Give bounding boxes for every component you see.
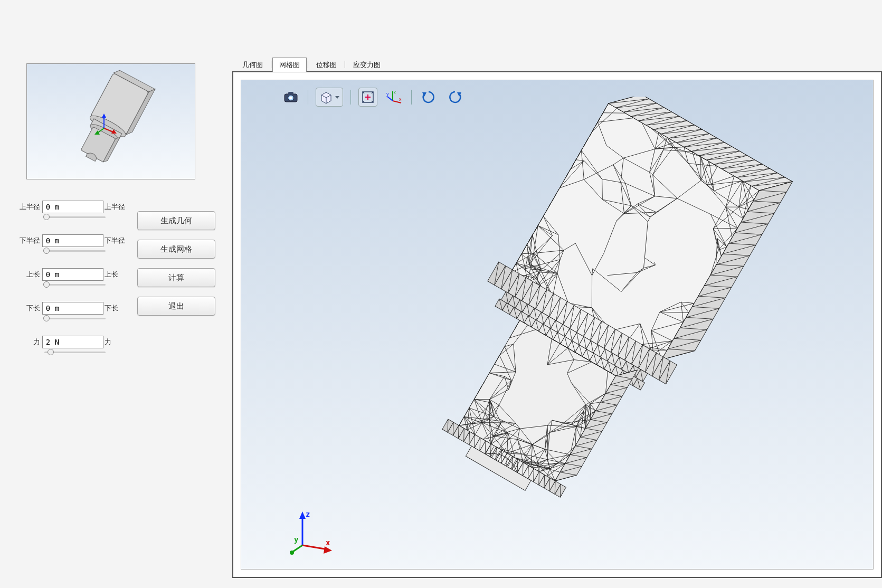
- svg-point-14: [289, 97, 292, 100]
- upper-radius-label-r: 上半径: [105, 202, 127, 212]
- lower-radius-input[interactable]: [42, 234, 103, 247]
- tab-separator: [271, 61, 271, 68]
- tab-separator: [308, 61, 308, 68]
- left-panel: 上半径 上半径 下半径 下半径 上长 上长 下: [0, 0, 232, 588]
- viewport-frame: z x y: [232, 71, 882, 578]
- tab-mesh[interactable]: 网格图: [272, 58, 307, 72]
- tab-displacement[interactable]: 位移图: [309, 58, 344, 72]
- svg-point-29: [290, 551, 294, 555]
- parameter-inputs: 上半径 上半径 下半径 下半径 上长 上长 下: [16, 201, 127, 369]
- toolbar-separator: [308, 90, 308, 105]
- tab-stress[interactable]: 应变力图: [346, 58, 387, 72]
- force-input[interactable]: [42, 336, 103, 348]
- generate-geometry-button[interactable]: 生成几何: [137, 211, 215, 230]
- svg-line-28: [293, 545, 302, 552]
- svg-text:z: z: [394, 89, 396, 94]
- app-root: 上半径 上半径 下半径 下半径 上长 上长 下: [0, 0, 882, 588]
- svg-rect-12: [288, 92, 293, 95]
- geometry-preview[interactable]: [26, 63, 195, 179]
- upper-length-input[interactable]: [42, 268, 103, 281]
- lower-length-label: 下长: [16, 304, 40, 313]
- force-label: 力: [16, 337, 40, 347]
- force-slider[interactable]: [44, 352, 106, 353]
- axis-y-label: y: [294, 535, 299, 544]
- svg-marker-6: [102, 113, 106, 118]
- upper-radius-slider[interactable]: [44, 216, 106, 218]
- parameter-area: 上半径 上半径 下半径 下半径 上长 上长 下: [16, 201, 216, 369]
- upper-radius-label: 上半径: [16, 202, 40, 212]
- force-label-r: 力: [105, 337, 127, 347]
- mesh-viewport[interactable]: z x y: [241, 80, 874, 570]
- view-tabs: 几何图 网格图 位移图 应变力图: [232, 57, 882, 71]
- axis-z-label: z: [306, 510, 310, 518]
- upper-length-slider[interactable]: [44, 284, 106, 286]
- svg-marker-25: [299, 511, 306, 519]
- camera-icon[interactable]: [281, 88, 300, 107]
- mesh-model: [320, 97, 795, 553]
- lower-length-label-r: 下长: [105, 304, 127, 313]
- lower-length-input[interactable]: [42, 302, 103, 315]
- generate-mesh-button[interactable]: 生成网格: [137, 240, 215, 259]
- tab-separator: [345, 61, 345, 68]
- tab-geometry[interactable]: 几何图: [235, 58, 270, 72]
- lower-radius-label-r: 下半径: [105, 236, 127, 245]
- right-panel: 几何图 网格图 位移图 应变力图: [232, 0, 882, 588]
- compute-button[interactable]: 计算: [137, 268, 215, 287]
- lower-radius-label: 下半径: [16, 236, 40, 245]
- upper-length-label-r: 上长: [105, 270, 127, 279]
- exit-button[interactable]: 退出: [137, 297, 215, 316]
- preview-axis-triad-icon: [94, 112, 119, 138]
- upper-length-label: 上长: [16, 270, 40, 279]
- action-buttons: 生成几何 生成网格 计算 退出: [137, 201, 215, 369]
- svg-text:y: y: [386, 91, 389, 97]
- upper-radius-input[interactable]: [42, 201, 103, 213]
- lower-length-slider[interactable]: [44, 318, 106, 319]
- lower-radius-slider[interactable]: [44, 250, 106, 252]
